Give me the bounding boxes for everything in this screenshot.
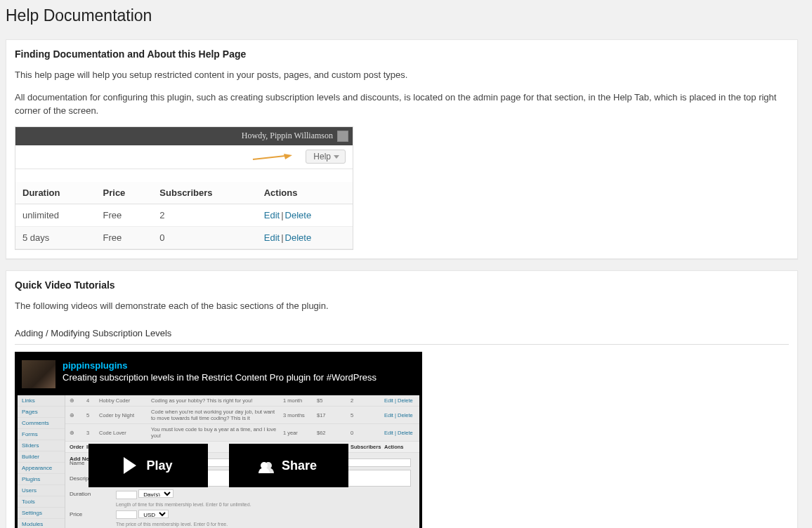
mock-admin-bar: Howdy, Pippin Williamson xyxy=(15,127,353,145)
table-row: 5 days Free 0 Edit|Delete xyxy=(15,226,353,249)
box-finding-documentation: Finding Documentation and About this Hel… xyxy=(6,39,798,259)
help-tab-label: Help xyxy=(313,152,331,161)
edit-link[interactable]: Edit xyxy=(264,232,280,243)
cell-subscribers: 2 xyxy=(152,204,256,226)
box2-p1: The following videos will demonstrate ea… xyxy=(15,299,789,313)
cell-actions: Edit|Delete xyxy=(257,204,353,226)
th-actions: Actions xyxy=(257,182,353,204)
share-icon xyxy=(261,462,272,469)
box1-p2: All documentation for configuring this p… xyxy=(15,91,789,118)
chevron-down-icon xyxy=(334,155,339,159)
action-separator: | xyxy=(280,232,284,243)
mock-levels-table: Duration Price Subscribers Actions unlim… xyxy=(15,182,353,249)
help-tab-screenshot: Howdy, Pippin Williamson Help Duration P… xyxy=(15,126,353,250)
cell-price: Free xyxy=(96,204,153,226)
help-tab-button[interactable]: Help xyxy=(306,150,346,164)
table-row: unlimited Free 2 Edit|Delete xyxy=(15,204,353,226)
avatar-icon xyxy=(337,131,348,142)
svg-marker-1 xyxy=(284,154,292,159)
share-label: Share xyxy=(282,458,317,473)
video-title: Creating subscription levels in the Rest… xyxy=(63,372,376,383)
cell-duration: unlimited xyxy=(15,204,96,226)
video-header: pippinsplugins Creating subscription lev… xyxy=(18,355,419,395)
play-button[interactable]: Play xyxy=(89,444,208,487)
th-subscribers: Subscribers xyxy=(152,182,256,204)
cell-actions: Edit|Delete xyxy=(257,226,353,249)
box1-heading: Finding Documentation and About this Hel… xyxy=(15,48,789,60)
page-title: Help Documentation xyxy=(6,0,798,28)
mock-help-row: Help xyxy=(15,145,353,169)
box1-p1: This help page will help you setup restr… xyxy=(15,68,789,82)
video-section-heading: Adding / Modifying Subscription Levels xyxy=(15,328,789,345)
box-video-tutorials: Quick Video Tutorials The following vide… xyxy=(6,270,798,529)
th-duration: Duration xyxy=(15,182,96,204)
delete-link[interactable]: Delete xyxy=(285,210,312,220)
arrow-icon xyxy=(251,154,292,162)
action-separator: | xyxy=(280,210,284,220)
share-button[interactable]: Share xyxy=(229,444,348,487)
play-icon xyxy=(124,457,136,474)
video-author-thumb[interactable] xyxy=(22,360,55,388)
cell-subscribers: 0 xyxy=(152,226,256,249)
edit-link[interactable]: Edit xyxy=(264,210,280,220)
cell-duration: 5 days xyxy=(15,226,96,249)
video-embed: pippinsplugins Creating subscription lev… xyxy=(15,352,422,528)
svg-line-0 xyxy=(253,156,285,159)
video-preview-frame: Links Pages Comments Forms Sliders Build… xyxy=(18,395,419,528)
howdy-text: Howdy, Pippin Williamson xyxy=(242,131,333,141)
video-overlay: Play Share xyxy=(18,395,419,528)
play-label: Play xyxy=(146,458,172,473)
th-price: Price xyxy=(96,182,153,204)
delete-link[interactable]: Delete xyxy=(285,232,312,243)
cell-price: Free xyxy=(96,226,153,249)
video-author-link[interactable]: pippinsplugins xyxy=(63,360,376,371)
box2-heading: Quick Video Tutorials xyxy=(15,279,789,291)
